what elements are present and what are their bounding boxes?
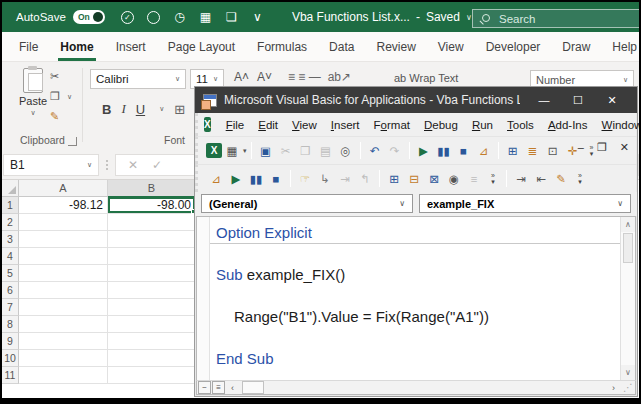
search-box[interactable]: Search	[472, 9, 639, 28]
share-icon[interactable]: ❏	[223, 9, 240, 26]
customize-qat-icon[interactable]: ∨	[249, 9, 266, 26]
font-name-combo[interactable]: Calibri∨	[90, 69, 186, 89]
vertical-scrollbar[interactable]: ∧ ∨	[620, 217, 635, 380]
cell-b6[interactable]	[108, 282, 196, 299]
formula-bar-handle[interactable]	[102, 160, 112, 170]
horizontal-scrollbar[interactable]: − ≡ ‹ › ⋰	[196, 380, 636, 395]
undo-icon[interactable]	[145, 9, 162, 26]
project-explorer-icon[interactable]: ⊞	[504, 142, 522, 160]
autosave-toggle[interactable]: On	[73, 10, 105, 24]
step-out-icon[interactable]: ↰	[356, 170, 374, 188]
cell-a1[interactable]: -98.12	[19, 197, 108, 214]
tab-page-layout[interactable]: Page Layout	[157, 32, 246, 61]
cell-a8[interactable]	[19, 316, 108, 333]
scroll-right-icon[interactable]: ›	[606, 381, 621, 394]
row-header-2[interactable]: 2	[2, 214, 19, 231]
row-header-3[interactable]: 3	[2, 231, 19, 248]
outdent-icon[interactable]: ⇤	[532, 170, 550, 188]
cell-a9[interactable]	[19, 333, 108, 350]
close-button[interactable]: ✕	[595, 94, 629, 107]
procedure-view-button[interactable]: −	[198, 381, 211, 394]
reset-icon[interactable]: ■	[455, 142, 473, 160]
cell-b2[interactable]	[108, 214, 196, 231]
save-icon[interactable]: ▣	[257, 142, 275, 160]
tab-review[interactable]: Review	[365, 32, 426, 61]
saved-status[interactable]: Saved	[426, 10, 460, 24]
name-box[interactable]: B1 ∨	[3, 154, 99, 176]
vba-menu-run[interactable]: Run	[465, 117, 500, 133]
row-header-11[interactable]: 11	[2, 367, 19, 384]
minimize-button[interactable]: —	[527, 94, 561, 107]
object-dropdown[interactable]: (General) ∨	[201, 194, 413, 213]
step-over-icon[interactable]: ⇥	[336, 170, 354, 188]
tab-home[interactable]: Home	[49, 32, 104, 61]
italic-button[interactable]: I	[121, 101, 125, 117]
object-browser-icon[interactable]: ⊡	[544, 142, 562, 160]
row-header-5[interactable]: 5	[2, 265, 19, 282]
full-module-view-button[interactable]: ≡	[212, 381, 225, 394]
scroll-left-icon[interactable]: ‹	[225, 381, 240, 394]
grow-font-button[interactable]: A˄	[234, 70, 249, 84]
locals-window-icon[interactable]: ⊞	[385, 170, 403, 188]
row-header-4[interactable]: 4	[2, 248, 19, 265]
clipboard-dialog-launcher[interactable]	[68, 137, 77, 146]
vba-menu-tools[interactable]: Tools	[500, 117, 541, 133]
cell-b10[interactable]	[108, 350, 196, 367]
vba-menu-edit[interactable]: Edit	[251, 117, 285, 133]
cell-b5[interactable]	[108, 265, 196, 282]
paste-button[interactable]: Paste ∨	[12, 68, 54, 130]
break-icon[interactable]: ▮▮	[247, 170, 265, 188]
find-icon[interactable]: ◎	[337, 142, 355, 160]
run-macro-icon[interactable]: ▶	[415, 142, 433, 160]
code-editor[interactable]: Option Explicit Sub example_FIX() Range(…	[210, 217, 620, 380]
copy-button[interactable]: ❐ ∨	[50, 90, 72, 103]
bold-button[interactable]: B	[102, 102, 111, 117]
vba-menu-file[interactable]: File	[219, 117, 252, 133]
format-painter-button[interactable]: ✎	[50, 110, 72, 123]
column-header-b[interactable]: B	[108, 180, 196, 197]
scroll-down-icon[interactable]: ∨	[621, 365, 635, 380]
row-header-7[interactable]: 7	[2, 299, 19, 316]
underline-button[interactable]: U	[136, 102, 145, 117]
cell-b7[interactable]	[108, 299, 196, 316]
cell-b1[interactable]: -98.00	[108, 197, 196, 214]
cancel-icon[interactable]: ✕	[128, 158, 138, 172]
comment-block-icon[interactable]: ✎	[552, 170, 570, 188]
vba-menu-view[interactable]: View	[285, 117, 324, 133]
redo-icon[interactable]: ◷	[171, 9, 188, 26]
watch-window-icon[interactable]: ⊠	[425, 170, 443, 188]
row-header-1[interactable]: 1	[2, 197, 19, 214]
wrap-text-button[interactable]: ab Wrap Text	[394, 72, 458, 84]
toolbar-options-icon[interactable]: »▾	[486, 173, 500, 185]
tab-draw[interactable]: Draw	[551, 32, 601, 61]
tab-file[interactable]: File	[8, 32, 49, 61]
toggle-breakpoint-icon[interactable]: ☞	[296, 170, 314, 188]
vba-menu-debug[interactable]: Debug	[417, 117, 465, 133]
cell-a6[interactable]	[19, 282, 108, 299]
vba-menu-insert[interactable]: Insert	[324, 117, 367, 133]
print-preview-icon[interactable]: ▦	[197, 9, 214, 26]
cut-icon[interactable]: ✂	[277, 142, 295, 160]
tab-view[interactable]: View	[427, 32, 475, 61]
chevron-down-icon[interactable]: ▾	[243, 147, 247, 155]
shrink-font-button[interactable]: A˅	[257, 70, 272, 84]
tab-formulas[interactable]: Formulas	[246, 32, 318, 61]
insert-userform-icon[interactable]: ▦	[223, 142, 241, 160]
immediate-window-icon[interactable]: ⊟	[405, 170, 423, 188]
hscroll-thumb[interactable]	[242, 381, 264, 394]
select-all-corner[interactable]	[2, 180, 19, 197]
align-buttons-icons[interactable]: ≡ ≡ —	[288, 70, 321, 84]
cell-b9[interactable]	[108, 333, 196, 350]
row-header-9[interactable]: 9	[2, 333, 19, 350]
code-window[interactable]: Option Explicit Sub example_FIX() Range(…	[196, 216, 636, 380]
indent-icon[interactable]: ⇥	[512, 170, 530, 188]
cell-a7[interactable]	[19, 299, 108, 316]
vba-menu-format[interactable]: Format	[367, 117, 417, 133]
toolbar-options-icon[interactable]: »▾	[573, 173, 587, 185]
code-window-minimize-icon[interactable]: –	[578, 141, 584, 154]
cell-a5[interactable]	[19, 265, 108, 282]
vba-menu-add-ins[interactable]: Add-Ins	[541, 117, 595, 133]
cell-a3[interactable]	[19, 231, 108, 248]
cell-a4[interactable]	[19, 248, 108, 265]
row-header-8[interactable]: 8	[2, 316, 19, 333]
